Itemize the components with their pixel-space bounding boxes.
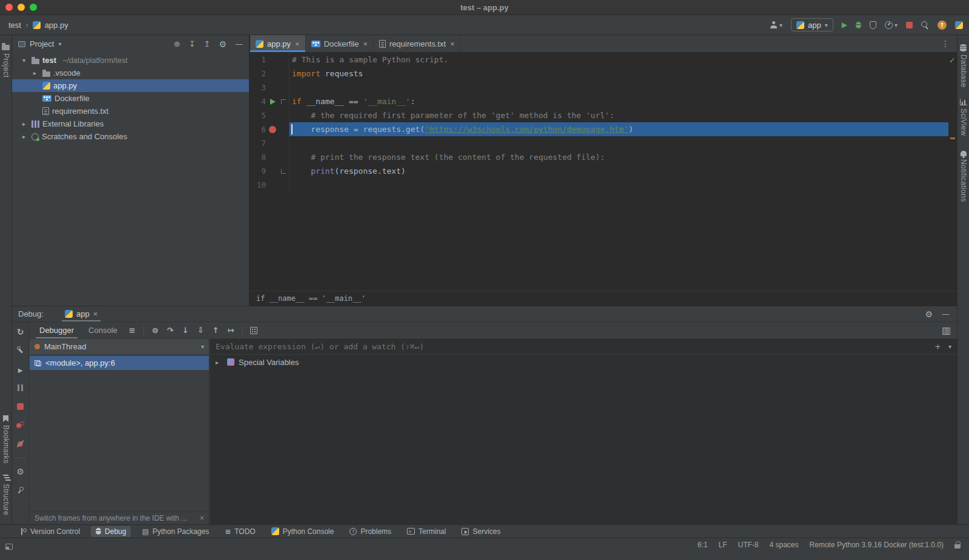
breakpoint-icon[interactable] [266, 126, 279, 133]
editor-gutter[interactable]: 8 [250, 150, 289, 164]
stop-button[interactable] [17, 401, 24, 412]
editor-gutter[interactable]: 10 [250, 178, 289, 192]
stack-frame-row[interactable]: <module>, app.py:6 [30, 356, 209, 370]
file-encoding[interactable]: UTF-8 [738, 541, 759, 549]
collapse-all-button[interactable]: ↥ [204, 39, 211, 48]
toolwindow-stripe-project[interactable]: Project [2, 43, 10, 77]
project-options-button[interactable]: ⚙ [219, 39, 227, 49]
chevron-right-icon[interactable]: ▸ [216, 359, 223, 366]
code-line-text[interactable]: # the required first parameter of the 'g… [289, 108, 948, 122]
minimize-window-button[interactable] [18, 4, 25, 11]
toolwindow-button-todo[interactable]: ≡TODO [220, 526, 260, 537]
evaluate-expression-button[interactable] [246, 324, 262, 337]
close-window-button[interactable] [5, 4, 13, 11]
update-available-button[interactable] [938, 21, 947, 30]
run-configuration-combo[interactable]: app ▾ [791, 18, 833, 31]
close-tab-icon[interactable]: × [295, 39, 300, 48]
close-tab-icon[interactable]: × [450, 39, 455, 48]
error-stripe-breakpoint-mark[interactable] [950, 137, 955, 139]
editor-breadcrumb[interactable]: if __name__ == '__main__' [250, 291, 957, 306]
add-watch-button[interactable]: + [934, 342, 941, 351]
force-step-into-button[interactable]: ⇩ [193, 324, 208, 337]
toolwindow-button-python-console[interactable]: Python Console [266, 526, 339, 537]
view-breakpoints-button[interactable] [16, 420, 24, 431]
code-line-text[interactable] [289, 81, 948, 94]
toolwindow-switcher-button[interactable] [0, 538, 13, 552]
debug-button[interactable] [856, 22, 861, 28]
tree-chevron-icon[interactable]: ▸ [30, 70, 39, 76]
toolwindow-button-version-control[interactable]: Version Control [16, 526, 85, 537]
debug-tab-debugger[interactable]: Debugger [32, 322, 81, 338]
run-button[interactable]: ▶ [842, 21, 847, 29]
stop-button[interactable] [906, 22, 913, 28]
editor-gutter[interactable]: 6 [250, 122, 289, 136]
debug-settings-button[interactable]: ⚙ [16, 466, 24, 477]
toolwindow-button-problems[interactable]: Problems [345, 526, 396, 537]
indent-style[interactable]: 4 spaces [770, 541, 799, 549]
run-with-coverage-button[interactable] [870, 21, 876, 29]
code-line-text[interactable]: response = requests.get('https://w3schoo… [289, 122, 948, 136]
editor-gutter[interactable]: 1 [250, 53, 289, 67]
toolwindow-button-services[interactable]: Services [457, 526, 505, 537]
tree-row-requirements-txt[interactable]: requirements.txt [12, 105, 249, 117]
tree-row-vscode[interactable]: ▸.vscode [12, 67, 249, 79]
thread-selector-combo[interactable]: MainThread ▾ [30, 339, 209, 354]
editor-tab-requirements-txt[interactable]: requirements.txt× [374, 35, 461, 52]
code-line-text[interactable]: # This is a sample Python script. [289, 53, 948, 67]
fold-start-icon[interactable] [279, 99, 288, 104]
evaluate-expression-input[interactable]: Evaluate expression (↵) or add a watch (… [210, 339, 957, 355]
profiler-button[interactable]: ▾ [885, 21, 898, 29]
code-area[interactable]: 1# This is a sample Python script.2impor… [250, 53, 948, 291]
code-line-text[interactable] [289, 136, 948, 150]
resume-program-button[interactable]: ▶ [18, 364, 23, 375]
select-opened-file-button[interactable]: ⊕ [174, 39, 180, 48]
debug-settings-icon[interactable]: ⚙ [925, 309, 933, 319]
tree-chevron-icon[interactable]: ▾ [19, 57, 28, 64]
readonly-lock-icon[interactable] [954, 541, 961, 548]
rerun-button[interactable]: ↻ [17, 326, 24, 337]
toolwindow-stripe-bookmarks[interactable]: Bookmarks [2, 415, 10, 464]
step-into-button[interactable]: ↓ [178, 324, 193, 337]
expand-all-button[interactable]: ↧ [189, 39, 196, 48]
python-interpreter[interactable]: Remote Python 3.9.16 Docker (test:1.0.0) [810, 541, 944, 549]
hide-panel-button[interactable]: — [235, 39, 243, 48]
tree-row-test[interactable]: ▾test~/data/platform/test [12, 54, 249, 67]
project-panel-title[interactable]: Project [30, 39, 54, 48]
edit-configurations-button[interactable] [17, 345, 24, 356]
breadcrumb-project[interactable]: test [8, 21, 21, 30]
run-to-cursor-button[interactable]: ↦ [223, 324, 239, 337]
run-line-icon[interactable] [266, 99, 279, 105]
hide-debug-panel-button[interactable]: — [942, 309, 950, 318]
user-account-button[interactable]: ▾ [770, 21, 782, 28]
toolwindow-stripe-database[interactable]: Database [959, 44, 968, 88]
toolwindow-stripe-sciview[interactable]: SciView [959, 99, 968, 136]
layout-settings-icon[interactable]: ▥ [942, 324, 957, 336]
layout-menu-button[interactable]: ≡ [125, 324, 140, 337]
editor-tab-dockerfile[interactable]: Dockerfile× [306, 35, 374, 52]
caret-position[interactable]: 6:1 [698, 541, 708, 549]
special-variables-row[interactable]: ▸ Special Variables [210, 355, 957, 369]
tree-row-dockerfile[interactable]: Dockerfile [12, 92, 249, 105]
code-line-text[interactable]: print(response.text) [289, 164, 948, 178]
editor-gutter[interactable]: 4 [250, 94, 289, 108]
pause-program-button[interactable] [18, 383, 23, 394]
tree-row-scratches-and-consoles[interactable]: ▸Scratches and Consoles [12, 130, 249, 143]
show-execution-point-button[interactable]: ⊚ [148, 324, 163, 337]
step-out-button[interactable]: ↑ [208, 324, 223, 337]
code-line-text[interactable]: import requests [289, 67, 948, 81]
editor-gutter[interactable]: 3 [250, 81, 289, 94]
close-session-icon[interactable]: × [93, 309, 98, 318]
editor-gutter[interactable]: 2 [250, 67, 289, 81]
zoom-window-button[interactable] [30, 4, 37, 11]
editor-options-button[interactable]: ⋮ [934, 35, 957, 52]
chevron-down-icon[interactable]: ▾ [58, 41, 61, 47]
toolwindow-button-python-packages[interactable]: ▤Python Packages [137, 526, 214, 537]
plugin-update-icon[interactable] [955, 21, 963, 29]
mute-breakpoints-button[interactable] [16, 439, 24, 450]
tree-chevron-icon[interactable]: ▸ [19, 120, 28, 127]
editor-gutter[interactable]: 5 [250, 108, 289, 122]
code-line-text[interactable]: # print the response text (the content o… [289, 150, 948, 164]
close-hint-icon[interactable]: × [200, 514, 204, 522]
tree-row-app-py[interactable]: app.py [12, 79, 249, 92]
breadcrumb-file[interactable]: app.py [45, 21, 68, 30]
